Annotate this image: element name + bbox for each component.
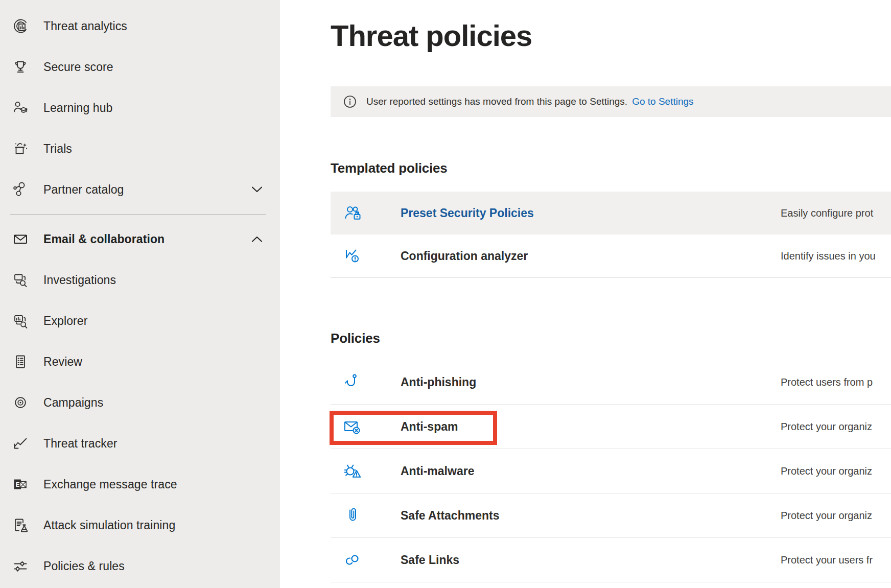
- section-heading-policies: Policies: [331, 330, 891, 347]
- row-description: Protect your organiz: [781, 510, 872, 522]
- sidebar-item-campaigns[interactable]: Campaigns: [0, 382, 280, 423]
- sidebar-item-trials[interactable]: Trials: [0, 128, 280, 169]
- row-description: Protect your users fr: [781, 554, 873, 566]
- safe-attachments-icon: [342, 505, 363, 526]
- section-heading-templated-policies: Templated policies: [331, 159, 891, 177]
- info-banner: User reported settings has moved from th…: [331, 86, 891, 117]
- exchange-message-trace-icon: E: [11, 475, 30, 493]
- sidebar-item-learning-hub[interactable]: Learning hub: [0, 87, 280, 128]
- row-anti-malware[interactable]: Anti-malware Protect your organiz: [331, 449, 891, 493]
- partner-catalog-icon: [11, 180, 30, 199]
- threat-analytics-icon: [11, 17, 30, 35]
- sidebar-item-label: Partner catalog: [43, 183, 124, 197]
- sidebar-item-label: Campaigns: [43, 396, 103, 410]
- sidebar-item-explorer[interactable]: Explorer: [0, 300, 280, 341]
- review-icon: [11, 352, 30, 371]
- anti-malware-icon: [342, 461, 363, 481]
- row-configuration-analyzer[interactable]: Configuration analyzer Identify issues i…: [331, 234, 891, 277]
- sidebar-item-exchange-message-trace[interactable]: E Exchange message trace: [0, 464, 280, 505]
- sidebar-item-attack-simulation-training[interactable]: Attack simulation training: [0, 505, 280, 546]
- row-description: Protect your organiz: [781, 465, 872, 477]
- sidebar-item-label: Learning hub: [43, 101, 112, 115]
- row-anti-phishing[interactable]: Anti-phishing Protect users from p: [331, 360, 891, 405]
- investigations-icon: [11, 271, 30, 289]
- sidebar: Threat analytics Secure score: [0, 0, 280, 588]
- go-to-settings-link[interactable]: Go to Settings: [632, 96, 693, 107]
- row-safe-attachments[interactable]: Safe Attachments Protect your organiz: [331, 493, 891, 538]
- row-preset-security-policies[interactable]: Preset Security Policies Easily configur…: [331, 192, 891, 234]
- anti-spam-link[interactable]: Anti-spam: [401, 420, 458, 434]
- attack-simulation-training-icon: [11, 516, 30, 534]
- safe-links-link[interactable]: Safe Links: [401, 553, 459, 567]
- sidebar-item-label: Threat analytics: [43, 19, 127, 33]
- threat-tracker-icon: [11, 434, 30, 453]
- configuration-analyzer-link[interactable]: Configuration analyzer: [401, 249, 528, 263]
- sidebar-item-threat-tracker[interactable]: Threat tracker: [0, 423, 280, 464]
- anti-phishing-link[interactable]: Anti-phishing: [401, 375, 476, 389]
- anti-spam-icon: [342, 416, 363, 437]
- email-icon: [11, 230, 30, 248]
- threat-policies-page: Threat analytics Secure score: [0, 0, 891, 588]
- chevron-down-icon[interactable]: [251, 186, 263, 193]
- trials-icon: [11, 139, 30, 158]
- row-description: Protect users from p: [781, 377, 873, 388]
- safe-links-icon: [342, 550, 363, 570]
- sidebar-item-label: Email & collaboration: [43, 232, 165, 246]
- sidebar-item-label: Threat tracker: [43, 437, 118, 451]
- chevron-up-icon[interactable]: [251, 236, 263, 243]
- campaigns-icon: [11, 393, 30, 412]
- sidebar-item-investigations[interactable]: Investigations: [0, 260, 280, 300]
- sidebar-item-label: Trials: [43, 142, 72, 156]
- main-content: Threat policies User reported settings h…: [280, 0, 891, 588]
- row-description: Protect your organiz: [781, 421, 872, 433]
- row-description: Identify issues in you: [781, 250, 876, 262]
- row-description: Easily configure prot: [781, 207, 873, 219]
- sidebar-item-label: Explorer: [43, 314, 87, 328]
- policies-list: Anti-phishing Protect users from p Anti-…: [331, 360, 891, 582]
- explorer-icon: [11, 312, 30, 330]
- sidebar-item-email-collaboration[interactable]: Email & collaboration: [0, 219, 280, 260]
- sidebar-item-label: Attack simulation training: [43, 519, 175, 532]
- sidebar-item-threat-analytics[interactable]: Threat analytics: [0, 6, 280, 46]
- info-icon: [343, 95, 357, 108]
- banner-message: User reported settings has moved from th…: [366, 96, 627, 107]
- sidebar-item-label: Review: [43, 355, 82, 369]
- sidebar-item-label: Investigations: [43, 273, 116, 287]
- learning-hub-icon: [11, 99, 30, 117]
- anti-phishing-icon: [342, 372, 363, 392]
- sidebar-item-label: Policies & rules: [43, 559, 125, 573]
- svg-text:E: E: [16, 481, 20, 488]
- anti-malware-link[interactable]: Anti-malware: [401, 464, 474, 478]
- sidebar-item-partner-catalog[interactable]: Partner catalog: [0, 169, 280, 210]
- secure-score-icon: [11, 58, 30, 76]
- sidebar-item-label: Secure score: [43, 60, 113, 74]
- sidebar-item-review[interactable]: Review: [0, 341, 280, 382]
- preset-security-policies-link[interactable]: Preset Security Policies: [401, 206, 534, 220]
- sidebar-item-secure-score[interactable]: Secure score: [0, 46, 280, 87]
- sidebar-item-policies-rules[interactable]: Policies & rules: [0, 546, 280, 586]
- configuration-analyzer-icon: [342, 246, 363, 266]
- preset-security-policies-icon: [342, 203, 363, 223]
- row-anti-spam[interactable]: Anti-spam Protect your organiz: [331, 405, 891, 449]
- policies-rules-icon: [11, 557, 30, 575]
- sidebar-item-label: Exchange message trace: [43, 478, 177, 491]
- sidebar-divider: [10, 214, 266, 215]
- templated-policies-list: Preset Security Policies Easily configur…: [331, 192, 891, 278]
- row-safe-links[interactable]: Safe Links Protect your users fr: [331, 538, 891, 582]
- safe-attachments-link[interactable]: Safe Attachments: [401, 509, 499, 523]
- page-title: Threat policies: [331, 17, 891, 54]
